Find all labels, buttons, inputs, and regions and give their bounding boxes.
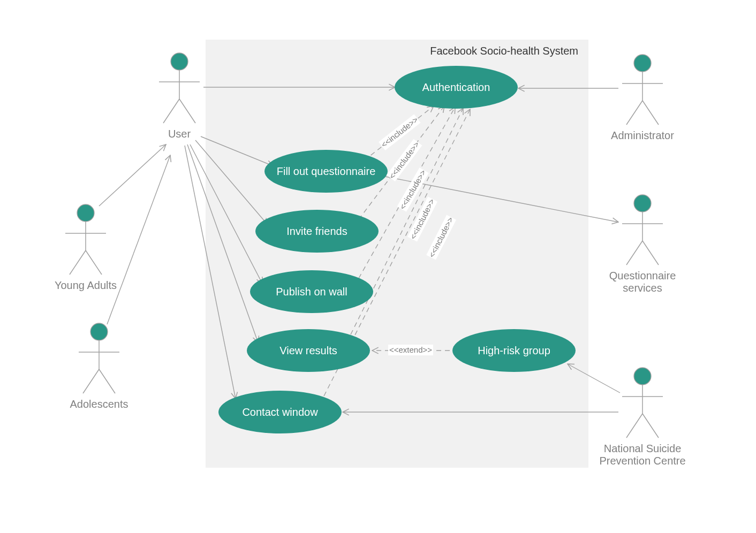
svg-line-54 [626,414,642,438]
uml-usecase-diagram: Facebook Socio-health System Authenticat… [0,0,756,533]
svg-text:Authentication: Authentication [422,81,490,93]
actor-nspc-label1: National Suicide [604,443,682,454]
actor-young-adults-label: Young Adults [55,279,117,291]
svg-text:Invite friends: Invite friends [286,225,347,237]
svg-text:<<extend>>: <<extend>> [389,345,432,354]
svg-point-31 [77,204,94,222]
usecase-view-results: View results [247,329,370,372]
actor-adolescents-label: Adolescents [70,398,128,410]
svg-text:View results: View results [279,345,337,356]
actor-user: User [159,53,200,140]
svg-line-44 [626,101,642,125]
svg-point-36 [90,323,108,340]
svg-text:Fill out questionnaire: Fill out questionnaire [277,165,376,177]
svg-line-35 [86,250,102,275]
usecase-fill-questionnaire: Fill out questionnaire [264,150,388,193]
actor-questionnaire-services: Questionnaire services [609,195,676,294]
usecase-invite-friends: Invite friends [255,210,379,253]
svg-point-26 [171,53,188,70]
svg-line-30 [179,99,195,123]
actor-qservices-label2: services [623,282,662,294]
usecase-high-risk-group: High-risk group [452,329,576,372]
svg-line-40 [99,369,115,393]
svg-line-50 [642,241,659,265]
actor-user-label: User [168,128,191,140]
system-title: Facebook Socio-health System [430,45,578,57]
svg-line-49 [626,241,642,265]
svg-line-45 [642,101,659,125]
svg-text:High-risk group: High-risk group [478,345,550,356]
svg-text:Publish on wall: Publish on wall [276,286,347,298]
actor-qservices-label1: Questionnaire [609,270,676,281]
actor-young-adults: Young Adults [55,204,117,291]
generalization-adolescents-user [107,155,170,324]
usecase-contact-window: Contact window [218,391,342,433]
svg-line-29 [163,99,179,123]
usecase-authentication: Authentication [395,66,518,109]
actor-admin-label: Administrator [611,130,674,141]
svg-line-39 [83,369,99,393]
svg-point-51 [634,368,651,385]
actor-nspc: National Suicide Prevention Centre [599,368,685,467]
svg-point-46 [634,195,651,212]
actor-adolescents: Adolescents [70,323,128,410]
usecase-publish-wall: Publish on wall [250,270,373,313]
label-extend: <<extend>> [388,345,433,355]
svg-point-41 [634,55,651,72]
svg-line-55 [642,414,659,438]
actor-nspc-label2: Prevention Centre [599,455,685,467]
actor-administrator: Administrator [611,55,674,141]
svg-line-34 [70,250,86,275]
svg-text:Contact window: Contact window [242,406,318,418]
diagram-canvas: Facebook Socio-health System Authenticat… [0,0,756,533]
generalization-youngadults-user [99,144,166,206]
